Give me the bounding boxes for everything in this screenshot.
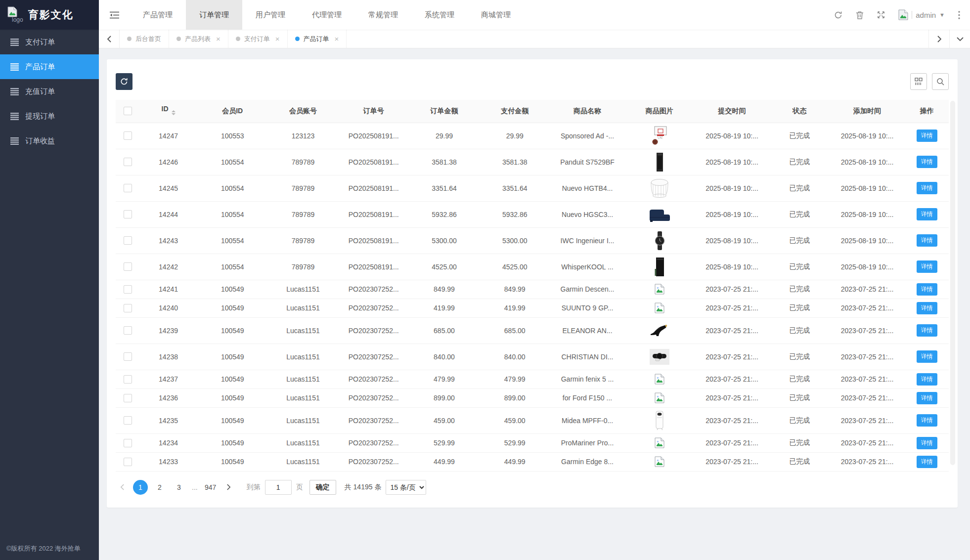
cell-add-time: 2023-07-25 21:...	[830, 299, 905, 317]
tab[interactable]: 产品订单 ×	[288, 30, 347, 48]
confirm-page-button[interactable]: 确定	[309, 480, 336, 495]
tabs-scroll-left-icon[interactable]	[99, 30, 120, 48]
sidebar-item[interactable]: 支付订单	[0, 30, 99, 54]
detail-button[interactable]: 详情	[917, 414, 937, 427]
sidebar-collapse-icon[interactable]	[99, 0, 130, 30]
detail-button[interactable]: 详情	[917, 234, 937, 247]
topnav-item[interactable]: 订单管理	[186, 0, 242, 30]
column-header-label: 状态	[793, 107, 806, 115]
cell-product-image	[624, 227, 694, 254]
table-scrollbar[interactable]	[950, 101, 955, 465]
row-checkbox[interactable]	[124, 236, 132, 245]
product-round-table-icon	[649, 178, 670, 198]
sidebar-item[interactable]: 提现订单	[0, 104, 99, 129]
cell-order-no: PO202307252...	[338, 452, 409, 471]
cell-add-time: 2023-07-25 21:...	[830, 317, 905, 344]
search-toggle-button[interactable]	[932, 73, 949, 90]
cell-member-id: 100549	[197, 452, 268, 471]
topnav-item[interactable]: 常规管理	[355, 0, 411, 30]
grid-columns-icon	[915, 78, 923, 86]
row-checkbox[interactable]	[124, 352, 132, 361]
detail-button[interactable]: 详情	[917, 392, 937, 404]
fullscreen-icon[interactable]	[877, 11, 885, 19]
cell-pay-amount: 479.99	[480, 370, 550, 388]
row-checkbox[interactable]	[124, 184, 132, 192]
topnav-item[interactable]: 系统管理	[411, 0, 468, 30]
row-checkbox[interactable]	[124, 439, 132, 447]
page-button[interactable]: 3	[172, 480, 186, 495]
topnav-item[interactable]: 商城管理	[468, 0, 524, 30]
detail-button[interactable]: 详情	[917, 208, 937, 220]
columns-toggle-button[interactable]	[910, 73, 927, 90]
page-button[interactable]: 1	[133, 480, 148, 495]
cell-member-id: 100549	[197, 317, 268, 344]
detail-button[interactable]: 详情	[917, 283, 937, 296]
column-header: 商品名称	[550, 100, 625, 123]
cell-product-name: Nuevo HGTB4...	[550, 175, 625, 201]
more-menu-icon[interactable]	[958, 11, 960, 19]
per-page-select[interactable]: 15 条/页	[386, 480, 426, 495]
detail-button[interactable]: 详情	[917, 260, 937, 273]
page-button[interactable]: 947	[203, 480, 218, 495]
cell-add-time: 2025-08-19 10:...	[830, 201, 905, 227]
cell-product-image	[624, 123, 694, 149]
row-checkbox[interactable]	[124, 394, 132, 402]
column-header-label: 会员账号	[289, 107, 317, 115]
cell-order-no: PO202307252...	[338, 433, 409, 452]
row-checkbox[interactable]	[124, 458, 132, 466]
detail-button[interactable]: 详情	[917, 437, 937, 449]
table-refresh-button[interactable]	[116, 73, 132, 90]
tabs-menu-icon[interactable]	[949, 30, 970, 48]
tab-close-icon[interactable]: ×	[335, 35, 339, 43]
goto-page-input[interactable]	[265, 480, 292, 495]
cell-add-time: 2025-08-19 10:...	[830, 254, 905, 280]
detail-button[interactable]: 详情	[917, 302, 937, 314]
row-checkbox[interactable]	[124, 326, 132, 335]
cell-add-time: 2023-07-25 21:...	[830, 344, 905, 370]
next-page-icon[interactable]	[222, 480, 235, 495]
cell-member-account: Lucas1151	[268, 452, 339, 471]
row-checkbox[interactable]	[124, 262, 132, 271]
cell-member-account: Lucas1151	[268, 299, 339, 317]
cell-member-account: Lucas1151	[268, 317, 339, 344]
topnav-item[interactable]: 代理管理	[299, 0, 355, 30]
detail-button[interactable]: 详情	[917, 182, 937, 194]
cell-product-name: Sponsored Ad -...	[550, 123, 625, 149]
topnav-item[interactable]: 用户管理	[242, 0, 299, 30]
tab[interactable]: 产品列表 ×	[169, 30, 228, 48]
tab-close-icon[interactable]: ×	[216, 35, 220, 43]
cell-add-time: 2023-07-25 21:...	[830, 407, 905, 433]
row-checkbox[interactable]	[124, 375, 132, 384]
row-checkbox[interactable]	[124, 210, 132, 218]
sidebar-item[interactable]: 充值订单	[0, 79, 99, 104]
row-checkbox[interactable]	[124, 304, 132, 312]
row-checkbox[interactable]	[124, 158, 132, 166]
prev-page-icon[interactable]	[116, 480, 129, 495]
user-menu[interactable]: admin ▼	[898, 9, 945, 20]
detail-button[interactable]: 详情	[917, 350, 937, 363]
sort-icon[interactable]	[172, 108, 176, 117]
cell-order-amount: 5932.86	[409, 201, 480, 227]
tab[interactable]: 支付订单 ×	[228, 30, 288, 48]
tab[interactable]: 后台首页	[120, 30, 169, 48]
tab-close-icon[interactable]: ×	[275, 35, 280, 43]
cell-product-image	[624, 317, 694, 344]
detail-button[interactable]: 详情	[917, 324, 937, 337]
detail-button[interactable]: 详情	[917, 156, 937, 168]
select-all-checkbox[interactable]	[124, 107, 132, 115]
trash-icon[interactable]	[856, 11, 864, 19]
refresh-icon[interactable]	[834, 11, 842, 19]
detail-button[interactable]: 详情	[917, 456, 937, 468]
sidebar-item[interactable]: 产品订单	[0, 54, 99, 79]
page-button[interactable]: 2	[152, 480, 167, 495]
sidebar-item[interactable]: 订单收益	[0, 129, 99, 153]
row-checkbox[interactable]	[124, 416, 132, 425]
topnav-item[interactable]: 产品管理	[130, 0, 186, 30]
row-checkbox[interactable]	[124, 285, 132, 294]
row-checkbox[interactable]	[124, 131, 132, 140]
cell-add-time: 2025-08-19 10:...	[830, 149, 905, 175]
tabs-scroll-right-icon[interactable]	[928, 30, 949, 48]
detail-button[interactable]: 详情	[917, 129, 937, 142]
product-air-conditioner-icon	[649, 411, 670, 431]
detail-button[interactable]: 详情	[917, 373, 937, 386]
